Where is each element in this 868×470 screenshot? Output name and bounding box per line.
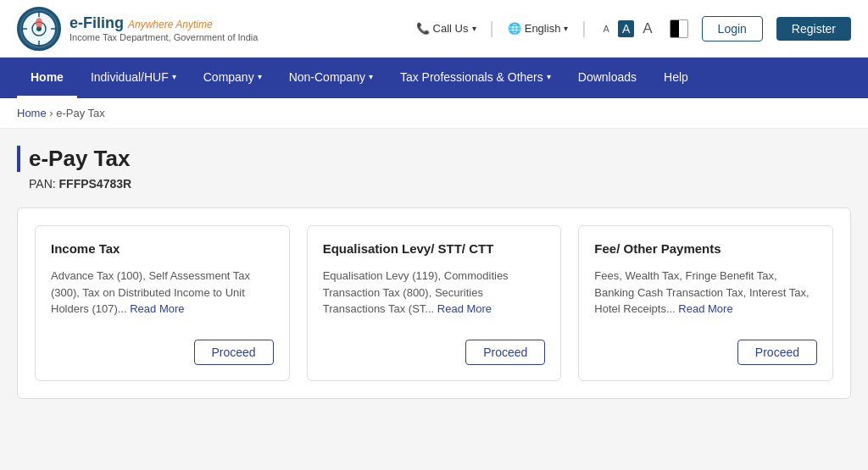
contrast-toggle[interactable] (670, 19, 688, 38)
logo-tagline: Anywhere Anytime (128, 19, 213, 30)
pan-value: FFFPS4783R (59, 177, 132, 191)
pan-label: PAN: (29, 177, 56, 191)
main-nav: Home Individual/HUF ▾ Company ▾ Non-Comp… (0, 58, 868, 98)
language-selector[interactable]: 🌐 English ▾ (508, 22, 569, 35)
nav-company[interactable]: Company ▾ (190, 58, 275, 98)
nav-individual-label: Individual/HUF (91, 70, 169, 84)
logo-text: e-Filing Anywhere Anytime Income Tax Dep… (70, 14, 258, 42)
separator-1: | (490, 19, 494, 38)
call-us-label: Call Us (433, 22, 469, 35)
nav-noncompany-chevron: ▾ (369, 72, 373, 81)
government-logo (17, 7, 61, 51)
fee-other-payments-card: Fee/ Other Payments Fees, Wealth Tax, Fr… (578, 225, 833, 381)
font-medium-btn[interactable]: A (618, 20, 634, 37)
nav-noncompany-label: Non-Company (289, 70, 365, 84)
nav-home[interactable]: Home (17, 58, 77, 98)
site-name: e-Filing Anywhere Anytime (70, 14, 258, 32)
equalisation-levy-card: Equalisation Levy/ STT/ CTT Equalisation… (307, 225, 562, 381)
separator-2: | (581, 19, 586, 38)
nav-company-label: Company (203, 70, 254, 84)
nav-individual[interactable]: Individual/HUF ▾ (77, 58, 190, 98)
income-tax-read-more[interactable]: Read More (130, 302, 184, 315)
phone-icon: 📞 (416, 22, 430, 35)
nav-tax-professionals[interactable]: Tax Professionals & Others ▾ (387, 58, 565, 98)
equalisation-levy-desc: Equalisation Levy (119), Commodities Tra… (323, 268, 546, 318)
font-large-btn[interactable]: A (639, 19, 655, 39)
svg-point-7 (36, 18, 42, 28)
language-chevron: ▾ (564, 24, 568, 33)
equalisation-levy-proceed-button[interactable]: Proceed (465, 340, 545, 365)
call-us-chevron: ▾ (472, 24, 476, 33)
equalisation-levy-read-more[interactable]: Read More (437, 302, 492, 315)
fee-other-title: Fee/ Other Payments (594, 241, 817, 256)
logo-subtitle: Income Tax Department, Government of Ind… (70, 32, 258, 42)
nav-tax-professionals-chevron: ▾ (547, 72, 551, 81)
nav-downloads[interactable]: Downloads (565, 58, 650, 98)
nav-downloads-label: Downloads (578, 70, 637, 84)
fee-other-read-more[interactable]: Read More (678, 302, 732, 315)
nav-help-label: Help (664, 70, 688, 84)
header-right: 📞 Call Us ▾ | 🌐 English ▾ | A A A Login … (416, 16, 851, 41)
fee-other-proceed-button[interactable]: Proceed (737, 340, 817, 365)
cards-container: Income Tax Advance Tax (100), Self Asses… (17, 207, 851, 399)
logo-area: e-Filing Anywhere Anytime Income Tax Dep… (17, 7, 258, 51)
main-content: e-Pay Tax PAN: FFFPS4783R Income Tax Adv… (0, 129, 868, 467)
breadcrumb-home[interactable]: Home (17, 107, 47, 119)
equalisation-levy-footer: Proceed (323, 340, 546, 365)
income-tax-desc: Advance Tax (100), Self Assessment Tax (… (51, 268, 274, 318)
font-controls: A A A (600, 19, 656, 39)
register-button[interactable]: Register (776, 17, 851, 41)
nav-individual-chevron: ▾ (172, 72, 176, 81)
login-button[interactable]: Login (702, 16, 763, 41)
nav-help[interactable]: Help (650, 58, 702, 98)
pan-info: PAN: FFFPS4783R (17, 177, 851, 191)
breadcrumb: Home › e-Pay Tax (0, 98, 868, 129)
top-header: e-Filing Anywhere Anytime Income Tax Dep… (0, 0, 868, 58)
equalisation-levy-title: Equalisation Levy/ STT/ CTT (323, 241, 546, 256)
globe-icon: 🌐 (508, 22, 521, 35)
income-tax-footer: Proceed (51, 340, 274, 365)
nav-home-label: Home (31, 70, 64, 84)
nav-tax-professionals-label: Tax Professionals & Others (400, 70, 543, 84)
nav-company-chevron: ▾ (258, 72, 262, 81)
font-small-btn[interactable]: A (600, 22, 613, 36)
breadcrumb-current: e-Pay Tax (56, 107, 105, 119)
nav-noncompany[interactable]: Non-Company ▾ (275, 58, 387, 98)
language-label: English (525, 22, 561, 35)
fee-other-desc: Fees, Wealth Tax, Fringe Benefit Tax, Ba… (594, 268, 817, 318)
income-tax-proceed-button[interactable]: Proceed (194, 340, 274, 365)
income-tax-title: Income Tax (51, 241, 274, 256)
page-title: e-Pay Tax (17, 146, 851, 172)
income-tax-card: Income Tax Advance Tax (100), Self Asses… (35, 225, 290, 381)
call-us-link[interactable]: 📞 Call Us ▾ (416, 22, 476, 35)
fee-other-footer: Proceed (594, 340, 817, 365)
